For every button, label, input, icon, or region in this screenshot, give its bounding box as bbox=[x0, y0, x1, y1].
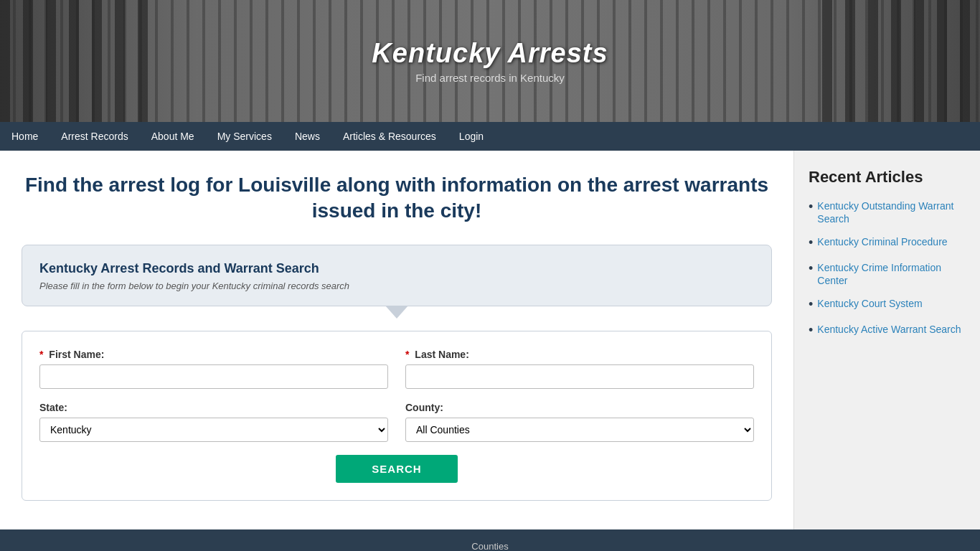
search-box-subtitle: Please fill in the form below to begin y… bbox=[39, 281, 754, 291]
article-link-1[interactable]: Kentucky Outstanding Warrant Search bbox=[817, 199, 966, 225]
location-row: State: Kentucky County: All Counties bbox=[39, 402, 754, 442]
site-subtitle: Find arrest records in Kentucky bbox=[415, 72, 565, 84]
article-link-3[interactable]: Kentucky Crime Information Center bbox=[817, 261, 966, 287]
article-link-5[interactable]: Kentucky Active Warrant Search bbox=[817, 323, 961, 336]
sidebar: Recent Articles Kentucky Outstanding War… bbox=[793, 151, 980, 529]
name-row: * First Name: * Last Name: bbox=[39, 349, 754, 389]
nav-news[interactable]: News bbox=[283, 122, 331, 151]
county-label: County: bbox=[405, 402, 754, 413]
site-header: Kentucky Arrests Find arrest records in … bbox=[0, 0, 980, 122]
last-name-group: * Last Name: bbox=[405, 349, 754, 389]
main-nav: Home Arrest Records About Me My Services… bbox=[0, 122, 980, 151]
nav-home[interactable]: Home bbox=[0, 122, 50, 151]
state-label: State: bbox=[39, 402, 388, 413]
county-group: County: All Counties bbox=[405, 402, 754, 442]
article-item-2: Kentucky Criminal Procedure bbox=[809, 235, 966, 251]
county-select[interactable]: All Counties bbox=[405, 418, 754, 442]
last-name-input[interactable] bbox=[405, 364, 754, 389]
search-button[interactable]: SEARCH bbox=[336, 455, 457, 483]
recent-articles-list: Kentucky Outstanding Warrant Search Kent… bbox=[809, 199, 966, 339]
first-name-group: * First Name: bbox=[39, 349, 388, 389]
article-link-4[interactable]: Kentucky Court System bbox=[817, 297, 922, 310]
site-title: Kentucky Arrests bbox=[372, 38, 608, 69]
state-group: State: Kentucky bbox=[39, 402, 388, 442]
article-item-5: Kentucky Active Warrant Search bbox=[809, 323, 966, 339]
nav-login[interactable]: Login bbox=[448, 122, 495, 151]
search-info-box: Kentucky Arrest Records and Warrant Sear… bbox=[22, 245, 772, 306]
header-right-decoration bbox=[822, 0, 980, 122]
counties-label: Counties bbox=[471, 541, 508, 551]
first-name-label: * First Name: bbox=[39, 349, 388, 360]
state-select[interactable]: Kentucky bbox=[39, 418, 388, 442]
search-form-container: * First Name: * Last Name: State: bbox=[22, 331, 772, 501]
main-content: Find the arrest log for Louisville along… bbox=[0, 151, 793, 529]
page-heading: Find the arrest log for Louisville along… bbox=[22, 172, 772, 225]
last-name-label: * Last Name: bbox=[405, 349, 754, 360]
search-btn-row: SEARCH bbox=[39, 455, 754, 483]
nav-about-me[interactable]: About Me bbox=[140, 122, 206, 151]
sidebar-title: Recent Articles bbox=[809, 168, 966, 187]
article-link-2[interactable]: Kentucky Criminal Procedure bbox=[817, 235, 947, 248]
nav-my-services[interactable]: My Services bbox=[206, 122, 283, 151]
first-name-input[interactable] bbox=[39, 364, 388, 389]
search-box-title: Kentucky Arrest Records and Warrant Sear… bbox=[39, 261, 754, 276]
nav-articles-resources[interactable]: Articles & Resources bbox=[331, 122, 448, 151]
article-item-4: Kentucky Court System bbox=[809, 297, 966, 313]
last-name-required: * bbox=[405, 349, 409, 360]
page-wrapper: Find the arrest log for Louisville along… bbox=[0, 151, 980, 529]
nav-arrest-records[interactable]: Arrest Records bbox=[50, 122, 139, 151]
counties-bar: Counties bbox=[0, 529, 980, 551]
first-name-required: * bbox=[39, 349, 43, 360]
article-item-1: Kentucky Outstanding Warrant Search bbox=[809, 199, 966, 225]
article-item-3: Kentucky Crime Information Center bbox=[809, 261, 966, 287]
header-left-decoration bbox=[0, 0, 158, 122]
